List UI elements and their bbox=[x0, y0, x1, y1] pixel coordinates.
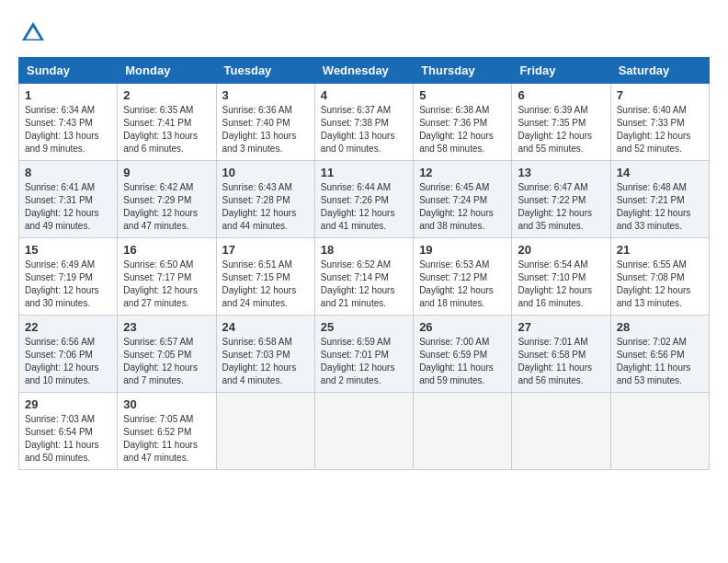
calendar-header-monday: Monday bbox=[118, 58, 216, 84]
day-number: 3 bbox=[222, 88, 309, 102]
day-info: Sunrise: 6:35 AM Sunset: 7:41 PM Dayligh… bbox=[123, 104, 210, 155]
calendar-day-cell bbox=[512, 393, 610, 470]
day-info: Sunrise: 7:05 AM Sunset: 6:52 PM Dayligh… bbox=[123, 413, 210, 465]
calendar-day-cell: 9Sunrise: 6:42 AM Sunset: 7:29 PM Daylig… bbox=[118, 161, 216, 238]
day-number: 6 bbox=[518, 88, 604, 102]
day-info: Sunrise: 6:34 AM Sunset: 7:43 PM Dayligh… bbox=[25, 104, 111, 155]
day-number: 13 bbox=[518, 166, 604, 179]
day-number: 30 bbox=[123, 397, 210, 411]
day-number: 17 bbox=[222, 243, 309, 257]
calendar-day-cell: 21Sunrise: 6:55 AM Sunset: 7:08 PM Dayli… bbox=[610, 238, 709, 316]
day-number: 14 bbox=[617, 166, 703, 179]
calendar-day-cell: 5Sunrise: 6:38 AM Sunset: 7:36 PM Daylig… bbox=[414, 84, 512, 161]
page-header bbox=[18, 18, 710, 48]
day-number: 27 bbox=[518, 320, 604, 334]
day-info: Sunrise: 7:00 AM Sunset: 6:59 PM Dayligh… bbox=[419, 336, 506, 387]
calendar-header-thursday: Thursday bbox=[414, 58, 512, 84]
day-number: 24 bbox=[222, 320, 309, 334]
day-info: Sunrise: 6:40 AM Sunset: 7:33 PM Dayligh… bbox=[617, 104, 703, 155]
calendar-header-saturday: Saturday bbox=[610, 58, 709, 84]
calendar-day-cell bbox=[314, 393, 413, 470]
calendar-header-tuesday: Tuesday bbox=[216, 58, 314, 84]
day-info: Sunrise: 6:54 AM Sunset: 7:10 PM Dayligh… bbox=[518, 259, 604, 310]
calendar-day-cell: 6Sunrise: 6:39 AM Sunset: 7:35 PM Daylig… bbox=[512, 84, 610, 161]
calendar-day-cell: 20Sunrise: 6:54 AM Sunset: 7:10 PM Dayli… bbox=[512, 238, 610, 316]
day-number: 28 bbox=[617, 320, 703, 334]
calendar-day-cell: 27Sunrise: 7:01 AM Sunset: 6:58 PM Dayli… bbox=[512, 316, 610, 393]
calendar-day-cell: 30Sunrise: 7:05 AM Sunset: 6:52 PM Dayli… bbox=[118, 393, 216, 470]
calendar-day-cell: 8Sunrise: 6:41 AM Sunset: 7:31 PM Daylig… bbox=[19, 161, 118, 238]
calendar-day-cell: 11Sunrise: 6:44 AM Sunset: 7:26 PM Dayli… bbox=[314, 161, 413, 238]
day-info: Sunrise: 6:38 AM Sunset: 7:36 PM Dayligh… bbox=[419, 104, 506, 155]
calendar-day-cell: 23Sunrise: 6:57 AM Sunset: 7:05 PM Dayli… bbox=[118, 316, 216, 393]
day-number: 9 bbox=[123, 166, 210, 179]
day-info: Sunrise: 6:45 AM Sunset: 7:24 PM Dayligh… bbox=[419, 181, 506, 233]
day-number: 22 bbox=[25, 320, 111, 334]
calendar-week-row: 29Sunrise: 7:03 AM Sunset: 6:54 PM Dayli… bbox=[19, 393, 710, 470]
calendar-header-sunday: Sunday bbox=[19, 58, 118, 84]
day-number: 12 bbox=[419, 166, 506, 179]
day-number: 21 bbox=[617, 243, 703, 257]
calendar-week-row: 1Sunrise: 6:34 AM Sunset: 7:43 PM Daylig… bbox=[19, 84, 710, 161]
day-number: 19 bbox=[419, 243, 506, 257]
calendar-day-cell: 28Sunrise: 7:02 AM Sunset: 6:56 PM Dayli… bbox=[610, 316, 709, 393]
calendar-header-friday: Friday bbox=[512, 58, 610, 84]
calendar-week-row: 15Sunrise: 6:49 AM Sunset: 7:19 PM Dayli… bbox=[19, 238, 710, 316]
day-info: Sunrise: 6:42 AM Sunset: 7:29 PM Dayligh… bbox=[123, 181, 210, 233]
day-info: Sunrise: 7:01 AM Sunset: 6:58 PM Dayligh… bbox=[518, 336, 604, 387]
day-number: 23 bbox=[123, 320, 210, 334]
day-info: Sunrise: 7:02 AM Sunset: 6:56 PM Dayligh… bbox=[617, 336, 703, 387]
day-info: Sunrise: 6:56 AM Sunset: 7:06 PM Dayligh… bbox=[25, 336, 111, 387]
calendar-day-cell: 4Sunrise: 6:37 AM Sunset: 7:38 PM Daylig… bbox=[314, 84, 413, 161]
calendar-week-row: 8Sunrise: 6:41 AM Sunset: 7:31 PM Daylig… bbox=[19, 161, 710, 238]
calendar-day-cell: 18Sunrise: 6:52 AM Sunset: 7:14 PM Dayli… bbox=[314, 238, 413, 316]
day-number: 2 bbox=[123, 88, 210, 102]
calendar-day-cell: 2Sunrise: 6:35 AM Sunset: 7:41 PM Daylig… bbox=[118, 84, 216, 161]
day-info: Sunrise: 6:47 AM Sunset: 7:22 PM Dayligh… bbox=[518, 181, 604, 233]
calendar-header-wednesday: Wednesday bbox=[314, 58, 413, 84]
day-number: 8 bbox=[25, 166, 111, 179]
calendar-day-cell: 3Sunrise: 6:36 AM Sunset: 7:40 PM Daylig… bbox=[216, 84, 314, 161]
calendar-day-cell: 17Sunrise: 6:51 AM Sunset: 7:15 PM Dayli… bbox=[216, 238, 314, 316]
calendar-day-cell: 29Sunrise: 7:03 AM Sunset: 6:54 PM Dayli… bbox=[19, 393, 118, 470]
calendar-day-cell: 24Sunrise: 6:58 AM Sunset: 7:03 PM Dayli… bbox=[216, 316, 314, 393]
calendar-day-cell: 19Sunrise: 6:53 AM Sunset: 7:12 PM Dayli… bbox=[414, 238, 512, 316]
calendar-day-cell bbox=[610, 393, 709, 470]
day-number: 4 bbox=[321, 88, 407, 102]
day-info: Sunrise: 6:55 AM Sunset: 7:08 PM Dayligh… bbox=[617, 259, 703, 310]
day-number: 20 bbox=[518, 243, 604, 257]
calendar-day-cell: 10Sunrise: 6:43 AM Sunset: 7:28 PM Dayli… bbox=[216, 161, 314, 238]
calendar-day-cell: 1Sunrise: 6:34 AM Sunset: 7:43 PM Daylig… bbox=[19, 84, 118, 161]
day-info: Sunrise: 7:03 AM Sunset: 6:54 PM Dayligh… bbox=[25, 413, 111, 465]
day-info: Sunrise: 6:52 AM Sunset: 7:14 PM Dayligh… bbox=[321, 259, 407, 310]
calendar-day-cell: 13Sunrise: 6:47 AM Sunset: 7:22 PM Dayli… bbox=[512, 161, 610, 238]
day-number: 16 bbox=[123, 243, 210, 257]
day-info: Sunrise: 6:57 AM Sunset: 7:05 PM Dayligh… bbox=[123, 336, 210, 387]
day-info: Sunrise: 6:50 AM Sunset: 7:17 PM Dayligh… bbox=[123, 259, 210, 310]
calendar-day-cell: 26Sunrise: 7:00 AM Sunset: 6:59 PM Dayli… bbox=[414, 316, 512, 393]
day-info: Sunrise: 6:37 AM Sunset: 7:38 PM Dayligh… bbox=[321, 104, 407, 155]
logo bbox=[18, 18, 51, 48]
calendar-day-cell: 25Sunrise: 6:59 AM Sunset: 7:01 PM Dayli… bbox=[314, 316, 413, 393]
day-number: 15 bbox=[25, 243, 111, 257]
day-number: 10 bbox=[222, 166, 309, 179]
calendar-day-cell: 22Sunrise: 6:56 AM Sunset: 7:06 PM Dayli… bbox=[19, 316, 118, 393]
day-number: 1 bbox=[25, 88, 111, 102]
day-number: 18 bbox=[321, 243, 407, 257]
day-info: Sunrise: 6:59 AM Sunset: 7:01 PM Dayligh… bbox=[321, 336, 407, 387]
day-info: Sunrise: 6:43 AM Sunset: 7:28 PM Dayligh… bbox=[222, 181, 309, 233]
day-number: 11 bbox=[321, 166, 407, 179]
day-info: Sunrise: 6:44 AM Sunset: 7:26 PM Dayligh… bbox=[321, 181, 407, 233]
day-number: 25 bbox=[321, 320, 407, 334]
calendar-day-cell: 7Sunrise: 6:40 AM Sunset: 7:33 PM Daylig… bbox=[610, 84, 709, 161]
day-info: Sunrise: 6:48 AM Sunset: 7:21 PM Dayligh… bbox=[617, 181, 703, 233]
calendar-day-cell: 12Sunrise: 6:45 AM Sunset: 7:24 PM Dayli… bbox=[414, 161, 512, 238]
day-info: Sunrise: 6:51 AM Sunset: 7:15 PM Dayligh… bbox=[222, 259, 309, 310]
day-info: Sunrise: 6:49 AM Sunset: 7:19 PM Dayligh… bbox=[25, 259, 111, 310]
day-info: Sunrise: 6:36 AM Sunset: 7:40 PM Dayligh… bbox=[222, 104, 309, 155]
calendar-day-cell: 14Sunrise: 6:48 AM Sunset: 7:21 PM Dayli… bbox=[610, 161, 709, 238]
calendar-day-cell bbox=[414, 393, 512, 470]
calendar-table: SundayMondayTuesdayWednesdayThursdayFrid… bbox=[18, 57, 710, 470]
day-number: 29 bbox=[25, 397, 111, 411]
day-info: Sunrise: 6:41 AM Sunset: 7:31 PM Dayligh… bbox=[25, 181, 111, 233]
